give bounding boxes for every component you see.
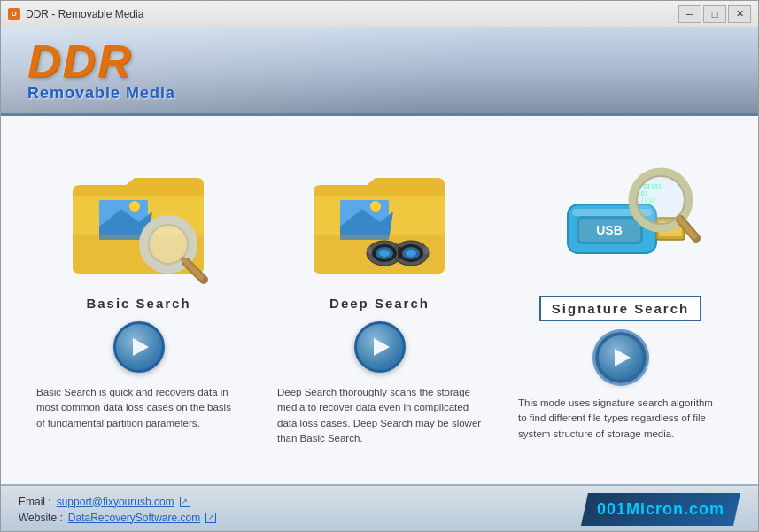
basic-search-play-button[interactable] [113,321,165,373]
deep-search-panel: Deep Search Deep Search thoroughly scans… [259,134,500,466]
website-external-icon[interactable]: ↗ [205,513,216,523]
title-bar: D DDR - Removable Media ─ □ ✕ [1,1,758,27]
app-subtitle: Removable Media [27,84,175,103]
email-link[interactable]: support@fixyourusb.com [57,496,174,508]
svg-point-18 [406,250,416,257]
svg-point-17 [379,250,390,257]
svg-point-2 [129,201,140,212]
signature-search-illustration: USB 10101 01101 11010 [541,151,701,284]
deep-search-illustration [305,151,455,284]
window-title: DDR - Removable Media [26,8,143,20]
play-icon [615,349,631,366]
close-button[interactable]: ✕ [728,5,751,23]
header-title: DDR Removable Media [27,38,175,103]
app-logo-text: DDR [27,38,175,84]
svg-point-9 [370,201,381,212]
signature-search-play-button[interactable] [595,332,647,383]
deep-search-label: Deep Search [329,296,430,311]
window-controls: ─ □ ✕ [678,5,751,23]
brand-badge: 001Micron.com [581,493,740,526]
email-row: Email : support@fixyourusb.com ↗ [19,496,216,508]
header: DDR Removable Media [1,27,758,116]
svg-text:USB: USB [596,223,623,237]
footer-links: Email : support@fixyourusb.com ↗ Website… [19,496,216,524]
main-content: Basic Search Basic Search is quick and r… [1,116,758,484]
app-icon: D [8,8,20,20]
svg-rect-19 [367,247,372,254]
basic-search-panel: Basic Search Basic Search is quick and r… [19,134,259,466]
maximize-button[interactable]: □ [703,5,726,23]
svg-rect-20 [423,247,429,254]
signature-search-description: This mode uses signature search algorith… [518,396,723,442]
deep-search-play-button[interactable] [354,321,406,373]
signature-search-label: Signature Search [539,296,701,321]
website-row: Website : DataRecoverySoftware.com ↗ [19,512,216,524]
footer: Email : support@fixyourusb.com ↗ Website… [1,484,758,532]
basic-search-description: Basic Search is quick and recovers data … [36,385,241,431]
minimize-button[interactable]: ─ [678,5,701,23]
deep-search-desc-underline: thoroughly [339,387,387,397]
basic-search-illustration [64,151,214,284]
website-label: Website : [19,512,63,524]
deep-search-description: Deep Search thoroughly scans the storage… [277,385,482,446]
basic-search-icon [59,147,219,289]
email-external-icon[interactable]: ↗ [180,497,190,507]
deep-search-icon [300,147,460,289]
email-label: Email : [19,496,51,508]
play-icon [374,338,390,356]
signature-search-panel: USB 10101 01101 11010 Signature Search T… [500,134,740,466]
basic-search-label: Basic Search [86,296,190,311]
signature-search-icon: USB 10101 01101 11010 [541,147,701,289]
website-link[interactable]: DataRecoverySoftware.com [68,512,200,524]
play-icon [133,338,149,356]
